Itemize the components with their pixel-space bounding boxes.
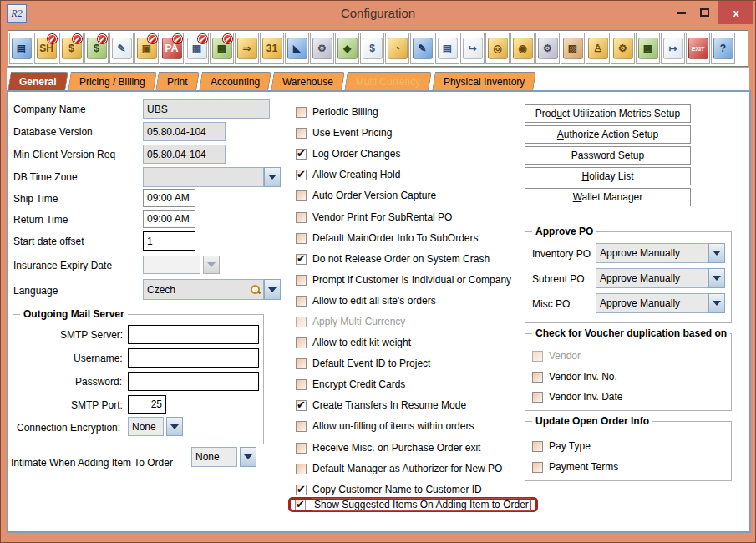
checkbox[interactable]: [532, 441, 543, 452]
tab-print[interactable]: Print: [156, 72, 200, 91]
toolbar-folder-clock-button[interactable]: ◔: [385, 33, 409, 64]
toolbar-exit-button[interactable]: EXIT: [686, 33, 710, 64]
password-field[interactable]: [128, 372, 259, 391]
inventory-po-dropdown[interactable]: Approve Manually: [596, 243, 725, 263]
misc-po-dropdown[interactable]: Approve Manually: [596, 293, 725, 313]
username-field[interactable]: [128, 348, 259, 368]
chevron-down-icon[interactable]: [166, 417, 183, 436]
toolbar-calendar-button[interactable]: 31: [260, 33, 284, 64]
start-date-offset-field[interactable]: 1: [143, 231, 195, 251]
toolbar-calculator-gear-button[interactable]: ▩: [636, 33, 660, 64]
checkbox-row[interactable]: Pay Type: [532, 439, 591, 454]
toolbar-shield-user-button[interactable]: ◉: [510, 33, 535, 64]
intimate-value[interactable]: None: [191, 447, 237, 467]
password-setup-button[interactable]: Password Setup: [525, 146, 691, 165]
checkbox[interactable]: [296, 275, 307, 286]
toolbar-document-forward-button[interactable]: ↪: [460, 33, 485, 64]
checkbox-row[interactable]: Prompt if Customer is Individual or Comp…: [296, 272, 511, 287]
minimize-button[interactable]: [668, 1, 693, 24]
checkbox[interactable]: [296, 485, 307, 495]
misc-po-value[interactable]: Approve Manually: [596, 293, 708, 313]
connection-encryption-dropdown[interactable]: None: [128, 417, 183, 436]
checkbox-row[interactable]: Allow to edit all site's orders: [296, 293, 436, 308]
chevron-down-icon[interactable]: [240, 447, 256, 467]
language-dropdown[interactable]: Czech: [143, 279, 281, 300]
connection-encryption-value[interactable]: None: [128, 417, 164, 436]
tab-pricing-billing[interactable]: Pricing / Billing: [68, 72, 156, 91]
toolbar-scanner-button[interactable]: ⚙: [535, 33, 560, 64]
subrent-po-value[interactable]: Approve Manually: [596, 268, 708, 288]
checkbox-row[interactable]: Use Event Pricing: [296, 125, 392, 140]
toolbar-document-export-button[interactable]: ↦: [661, 33, 685, 64]
checkbox[interactable]: [296, 337, 307, 348]
intimate-dropdown[interactable]: None: [191, 447, 256, 467]
chevron-down-icon[interactable]: [708, 243, 725, 263]
checkbox-row[interactable]: Allow Creating Hold: [296, 167, 400, 182]
tab-general[interactable]: General: [8, 72, 68, 91]
chevron-down-icon[interactable]: [708, 268, 725, 288]
toolbar-folder-gear-button[interactable]: ⚙: [611, 33, 635, 64]
toolbar-invoice-button[interactable]: $: [84, 33, 109, 64]
checkbox[interactable]: [532, 372, 543, 383]
checkbox[interactable]: [296, 128, 307, 139]
checkbox-row[interactable]: Vendor Print For SubRental PO: [296, 210, 452, 225]
checkbox-row[interactable]: Do not Release Order on System Crash: [296, 251, 490, 266]
smtp-port-field[interactable]: 25: [128, 395, 166, 414]
checkbox[interactable]: [296, 296, 307, 307]
checkbox-row[interactable]: Log Order Changes: [296, 146, 400, 161]
insurance-expiry-value[interactable]: [143, 256, 200, 274]
wallet-manager-button[interactable]: Wallet Manager: [525, 188, 691, 206]
toolbar-help-button[interactable]: ?: [711, 33, 735, 64]
checkbox[interactable]: [296, 233, 307, 244]
checkbox-row[interactable]: Default Manager as Authorizer for New PO: [296, 461, 502, 476]
checkbox[interactable]: [296, 170, 307, 180]
checkbox-row[interactable]: Auto Order Version Capture: [296, 188, 436, 203]
checkbox-row[interactable]: Vendor Inv. No.: [532, 369, 617, 384]
checkbox[interactable]: [296, 107, 307, 118]
inventory-po-value[interactable]: Approve Manually: [596, 243, 708, 263]
return-time-field[interactable]: 09:00 AM: [143, 210, 195, 228]
db-time-zone-dropdown[interactable]: [143, 167, 281, 187]
toolbar-save-button[interactable]: ▤: [9, 33, 33, 64]
toolbar-shipping-button[interactable]: SH: [34, 33, 58, 64]
toolbar-document-cube-button[interactable]: ▤: [435, 33, 459, 64]
toolbar-calculator-button[interactable]: ▩: [210, 33, 234, 64]
checkbox-row[interactable]: Vendor Inv. Date: [532, 389, 623, 404]
tab-accounting[interactable]: Accounting: [199, 72, 271, 91]
company-name-field[interactable]: UBS: [143, 99, 270, 119]
tab-warehouse[interactable]: Warehouse: [271, 72, 346, 91]
checkbox[interactable]: [296, 358, 307, 369]
toolbar-cubes-button[interactable]: ◆: [335, 33, 359, 64]
checkbox-row[interactable]: Copy Customer Name to Customer ID: [296, 482, 482, 497]
db-time-zone-value[interactable]: [143, 167, 264, 187]
checkbox-row[interactable]: Allow un-filling of items within orders: [296, 419, 474, 434]
toolbar-folder-documents-button[interactable]: ▨: [561, 33, 585, 64]
toolbar-order-form-button[interactable]: ▣: [134, 33, 159, 64]
tab-physical-inventory[interactable]: Physical Inventory: [432, 72, 536, 91]
checkbox[interactable]: [295, 500, 306, 510]
toolbar-user-statue-button[interactable]: ♙: [586, 33, 610, 64]
chevron-down-icon[interactable]: [264, 279, 281, 300]
toolbar-lock-button[interactable]: ⇒: [235, 33, 259, 64]
product-utilization-metrics-setup-button[interactable]: Product Utilization Metrics Setup: [525, 104, 691, 123]
checkbox[interactable]: [296, 190, 307, 201]
checkbox[interactable]: [296, 212, 307, 223]
toolbar-schedule-button[interactable]: ▦: [185, 33, 209, 64]
checkbox-row[interactable]: Default MainOrder Info To SubOrders: [296, 231, 479, 246]
checkbox[interactable]: [296, 149, 307, 160]
checkbox[interactable]: [296, 443, 307, 454]
smtp-server-field[interactable]: [128, 325, 259, 344]
subrent-po-dropdown[interactable]: Approve Manually: [596, 268, 725, 288]
holiday-list-button[interactable]: Holiday List: [525, 167, 691, 185]
search-icon[interactable]: [251, 285, 260, 294]
toolbar-gears-button[interactable]: ⚙: [310, 33, 334, 64]
toolbar-ruler-button[interactable]: ◣: [285, 33, 309, 64]
chevron-down-icon[interactable]: [264, 167, 281, 187]
authorize-action-setup-button[interactable]: Authorize Action Setup: [525, 125, 691, 144]
toolbar-shield-search-button[interactable]: ◎: [485, 33, 510, 64]
highlighted-checkbox-row[interactable]: Show Suggested Items On Adding Item to O…: [288, 497, 538, 512]
close-button[interactable]: x: [718, 1, 753, 24]
chevron-down-icon[interactable]: [708, 293, 725, 313]
toolbar-price-tag-button[interactable]: $: [360, 33, 384, 64]
checkbox[interactable]: [532, 462, 543, 473]
